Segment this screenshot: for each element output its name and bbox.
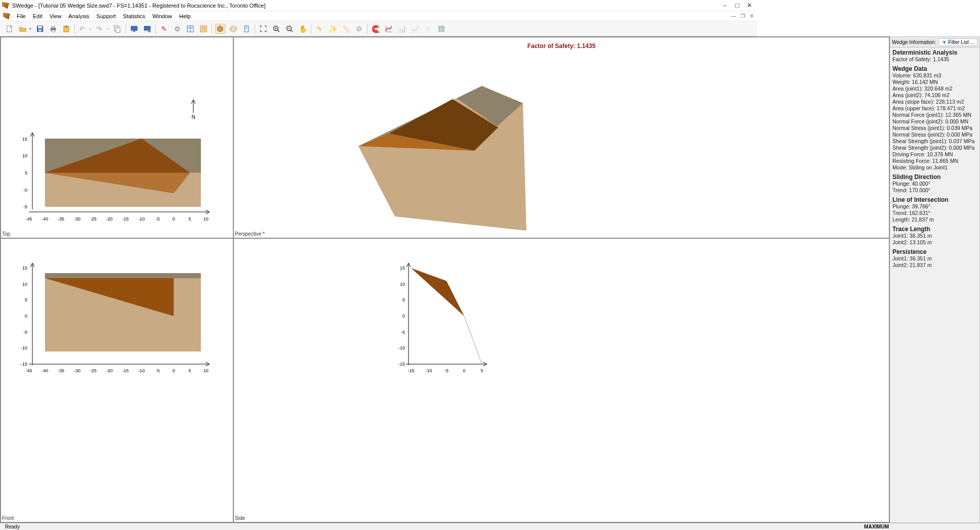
redo-icon[interactable]: ↷▾	[95, 24, 109, 34]
svg-text:0: 0	[25, 314, 27, 319]
view-label-top: Top	[2, 231, 10, 237]
pencil-icon[interactable]: ✎	[159, 24, 169, 34]
bar-chart-icon[interactable]: 📊	[397, 24, 407, 34]
svg-text:-10: -10	[21, 345, 27, 350]
workspace: N -5-051015	[0, 36, 757, 395]
copy-icon[interactable]	[112, 24, 123, 34]
line-chart-icon[interactable]	[384, 24, 394, 34]
svg-rect-18	[200, 26, 207, 32]
magnet-icon[interactable]: 🧲	[371, 24, 381, 34]
menu-edit[interactable]: Edit	[29, 13, 46, 19]
svg-text:5: 5	[25, 297, 27, 302]
svg-rect-3	[38, 29, 42, 31]
document-icon	[3, 13, 10, 20]
tool-settings-icon[interactable]: ⚙	[354, 24, 364, 34]
svg-text:0: 0	[173, 216, 175, 222]
svg-text:15: 15	[400, 266, 405, 271]
svg-text:10: 10	[203, 216, 209, 222]
top-view-chart: N -5-051015	[1, 37, 233, 238]
svg-text:-10: -10	[138, 368, 145, 373]
export-excel-icon[interactable]: X	[436, 24, 446, 34]
factor-of-safety-banner: Factor of Safety: 1.1435	[234, 42, 757, 50]
view-side[interactable]: -15-10-5051015 -15-10-505 Side	[233, 238, 757, 395]
svg-line-30	[277, 30, 279, 32]
svg-text:-5: -5	[401, 330, 405, 335]
menu-statistics[interactable]: Statistics	[119, 13, 149, 19]
menu-window[interactable]: Window	[149, 13, 176, 19]
box-icon[interactable]	[215, 24, 225, 34]
view-perspective[interactable]: Factor of Safety: 1.1435 Perspective *	[233, 37, 757, 238]
svg-text:-15: -15	[122, 368, 129, 373]
new-file-icon[interactable]	[5, 24, 15, 34]
menu-help[interactable]: Help	[176, 13, 194, 19]
svg-text:N: N	[191, 114, 195, 120]
svg-text:-20: -20	[106, 368, 112, 373]
clipboard-icon[interactable]	[61, 24, 71, 34]
svg-point-25	[230, 27, 236, 30]
svg-text:-10: -10	[425, 368, 432, 373]
menu-analysis[interactable]: Analysis	[65, 13, 93, 19]
sphere-icon[interactable]	[228, 24, 238, 34]
menu-file[interactable]: File	[13, 13, 29, 19]
svg-text:-20: -20	[106, 216, 112, 222]
maximize-button[interactable]: ▢	[731, 2, 743, 9]
svg-text:-30: -30	[74, 368, 80, 373]
svg-text:-5: -5	[23, 330, 27, 335]
undo-icon[interactable]: ↶▾	[78, 24, 92, 34]
viewport-grid: N -5-051015	[0, 36, 757, 395]
minimize-button[interactable]: ─	[719, 3, 731, 9]
print-icon[interactable]	[48, 24, 58, 34]
svg-text:-5: -5	[155, 216, 159, 222]
menubar: File Edit View Analysis Support Statisti…	[0, 11, 757, 21]
zoom-in-icon[interactable]	[271, 24, 281, 34]
svg-text:-5: -5	[23, 204, 27, 209]
svg-rect-71	[45, 273, 201, 278]
display-settings-icon[interactable]	[142, 24, 152, 34]
svg-text:0: 0	[402, 314, 405, 319]
svg-text:-40: -40	[42, 368, 48, 373]
pan-icon[interactable]: ✋	[298, 24, 308, 34]
front-view-chart: -15-10-5051015 -45-40-35-30-25-20-15-10-…	[1, 239, 233, 388]
close-button[interactable]: ✕	[743, 2, 755, 9]
app-logo-icon	[2, 2, 9, 9]
open-file-icon[interactable]: ▾	[18, 24, 32, 34]
zoom-out-icon[interactable]	[284, 24, 295, 34]
window-title: SWedge - [Tutorial 05 Wedge Size.swd7 - …	[12, 3, 719, 9]
save-icon[interactable]	[35, 24, 45, 34]
display-icon[interactable]	[129, 24, 139, 34]
svg-point-14	[148, 29, 151, 32]
view-top[interactable]: N -5-051015	[1, 37, 233, 238]
menu-support[interactable]: Support	[93, 13, 119, 19]
svg-marker-23	[218, 26, 223, 32]
svg-text:-10: -10	[138, 216, 145, 222]
mdi-minimize-button[interactable]: —	[730, 13, 737, 19]
svg-text:-25: -25	[90, 368, 97, 373]
toolbar: ▾ ↶▾ ↷▾ ✎ ⚙ ⛶ ✋ ✎ ✨ 📏 ⚙ 🧲 📊 📈 ⁘ X	[0, 21, 757, 36]
scatter-chart-icon[interactable]: ⁘	[423, 24, 433, 34]
gear-icon[interactable]: ⚙	[172, 24, 182, 34]
mdi-close-button[interactable]: ✕	[748, 13, 755, 19]
svg-text:-5: -5	[444, 368, 448, 373]
edit-tool-icon[interactable]: ✎	[314, 24, 324, 34]
svg-text:-35: -35	[58, 216, 64, 222]
svg-text:-15: -15	[398, 362, 405, 367]
zoom-extents-icon[interactable]: ⛶	[258, 24, 268, 34]
wand-icon[interactable]: ✨	[328, 24, 338, 34]
svg-text:5: 5	[25, 170, 27, 175]
svg-text:-15: -15	[21, 362, 27, 367]
svg-rect-8	[65, 26, 68, 27]
svg-text:10: 10	[22, 282, 27, 287]
view-front[interactable]: -15-10-5051015 -45-40-35-30-25-20-15-10-…	[1, 238, 233, 395]
svg-text:-10: -10	[398, 345, 405, 350]
svg-line-95	[464, 316, 482, 364]
table-icon[interactable]	[185, 24, 195, 34]
svg-text:5: 5	[480, 368, 483, 373]
svg-text:-45: -45	[25, 216, 32, 222]
menu-view[interactable]: View	[46, 13, 65, 19]
grid-icon[interactable]	[198, 24, 209, 34]
document-icon[interactable]	[241, 24, 252, 34]
mdi-restore-button[interactable]: ❐	[739, 13, 746, 19]
measure-icon[interactable]: 📏	[341, 24, 351, 34]
view-label-perspective: Perspective *	[235, 231, 265, 237]
trend-chart-icon[interactable]: 📈	[410, 24, 420, 34]
